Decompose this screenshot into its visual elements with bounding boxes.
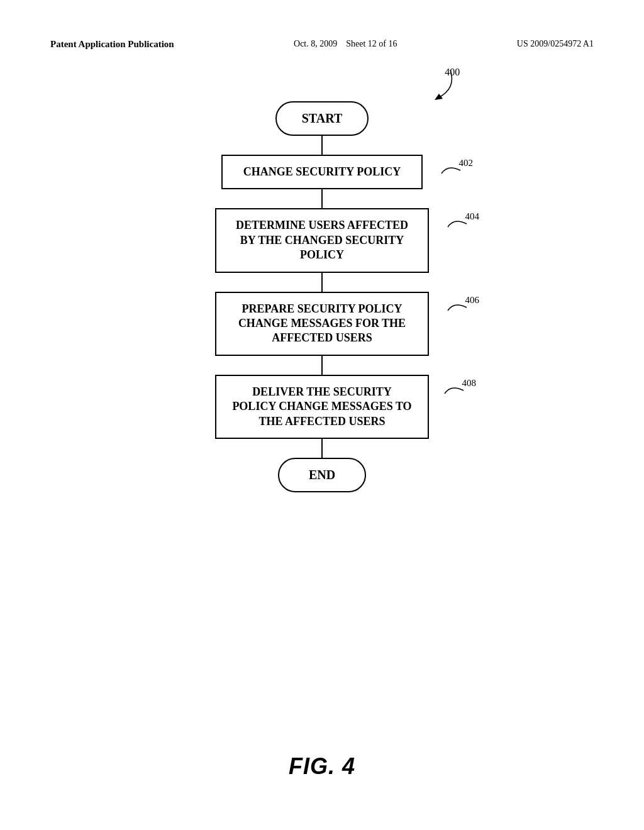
ref-404-label: 404 (441, 214, 479, 236)
ref-408-label: 408 (438, 381, 476, 402)
step-404-node: DETERMINE USERS AFFECTED BY THE CHANGED … (215, 208, 429, 272)
step-408-node: DELIVER THE SECURITY POLICY CHANGE MESSA… (215, 375, 429, 439)
step-408-wrapper: DELIVER THE SECURITY POLICY CHANGE MESSA… (215, 375, 429, 439)
start-node: START (275, 101, 369, 136)
step-402-wrapper: CHANGE SECURITY POLICY 402 (221, 155, 423, 189)
patent-number: US 2009/0254972 A1 (517, 38, 594, 50)
ref-400-label: 400 (445, 67, 460, 78)
step-404-wrapper: DETERMINE USERS AFFECTED BY THE CHANGED … (215, 208, 429, 272)
page: Patent Application Publication Oct. 8, 2… (0, 0, 644, 830)
step-402-node: CHANGE SECURITY POLICY (221, 155, 423, 189)
publication-date: Oct. 8, 2009 Sheet 12 of 16 (294, 38, 397, 50)
end-node-wrapper: END (278, 458, 366, 492)
connector-start-402 (321, 136, 323, 155)
step-406-wrapper: PREPARE SECURITY POLICY CHANGE MESSAGES … (215, 292, 429, 356)
connector-406-408 (321, 356, 323, 375)
flowchart: 400 START CHANGE SECURITY POLICY 402 (50, 101, 594, 492)
connector-404-406 (321, 273, 323, 292)
svg-marker-0 (435, 94, 443, 100)
connector-408-end (321, 439, 323, 458)
page-header: Patent Application Publication Oct. 8, 2… (50, 38, 594, 51)
start-node-wrapper: 400 START (275, 101, 369, 136)
connector-402-404 (321, 189, 323, 208)
figure-caption: FIG. 4 (289, 753, 355, 780)
ref-406-label: 406 (441, 298, 479, 319)
ref-402-label: 402 (435, 161, 473, 182)
end-node: END (278, 458, 366, 492)
publication-title: Patent Application Publication (50, 38, 174, 51)
step-406-node: PREPARE SECURITY POLICY CHANGE MESSAGES … (215, 292, 429, 356)
